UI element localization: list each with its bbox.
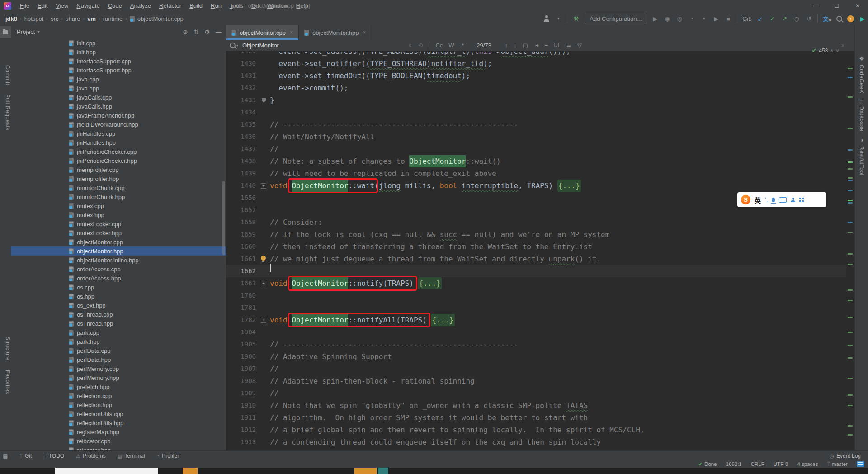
debug-icon[interactable]: ◉ [664,15,671,22]
tree-item-jniHandles.hpp[interactable]: jniHandles.hpp [11,138,226,147]
code-line-1433[interactable]: 1433} [226,94,846,106]
find-clear-icon[interactable]: × [408,42,412,49]
tree-item-orderAccess.cpp[interactable]: orderAccess.cpp [11,265,226,274]
stripe-mark[interactable] [848,222,853,223]
stripe-mark[interactable] [848,202,853,204]
code-line-1438[interactable]: 1438// Note: a subset of changes to Obje… [226,155,846,167]
find-next-icon[interactable]: ↓ [514,42,517,49]
git-update-icon[interactable]: ↙ [756,15,764,22]
upgrade-icon[interactable]: ↑ [847,15,854,22]
tree-item-prefetch.hpp[interactable]: prefetch.hpp [11,382,226,391]
tool-strip-structure[interactable]: Structure [0,337,11,360]
tree-item-park.cpp[interactable]: park.cpp [11,328,226,337]
error-stripe[interactable] [846,40,854,450]
run-icon[interactable]: ▶ [651,15,659,22]
project-panel-title[interactable]: Project [17,28,35,35]
locate-icon[interactable]: ⊕ [183,28,188,35]
collapse-all-icon[interactable]: ⇅ [193,28,198,35]
tree-item-mutex.cpp[interactable]: mutex.cpp [11,201,226,210]
file-encoding[interactable]: UTF-8 [774,461,788,467]
tool-strip-codegeex[interactable]: ❖CodeGeeX [855,55,868,93]
tree-item-mutex.hpp[interactable]: mutex.hpp [11,210,226,219]
tool-strip-pull-requests[interactable]: Pull Requests [0,94,11,131]
code-line-1661[interactable]: 1661// we might just dequeue a thread fr… [226,253,846,265]
tab-objectMonitor.hpp[interactable]: objectMonitor.hpp× [299,25,372,40]
stripe-mark[interactable] [848,77,853,78]
user-avatar-icon[interactable] [543,15,550,22]
tool-strip-database[interactable]: ≣Database [855,97,868,131]
stripe-mark[interactable] [848,289,853,291]
stripe-mark[interactable] [848,161,853,163]
select-all-occurrences-icon[interactable]: ▢ [523,42,528,49]
regex-toggle[interactable]: .* [460,42,464,49]
code-line-1907[interactable]: 1907// [226,363,846,375]
ime-toolbox-icon[interactable] [799,198,804,202]
tree-item-javaCalls.cpp[interactable]: javaCalls.cpp [11,93,226,102]
code-line-1660[interactable]: 1660// then instead of transferring a th… [226,241,846,253]
match-case-toggle[interactable]: Cc [435,42,443,49]
stripe-mark[interactable] [848,357,853,359]
tree-item-interfaceSupport.cpp[interactable]: interfaceSupport.cpp [11,57,226,66]
menu-item-file[interactable]: File [16,0,33,12]
next-problem-icon[interactable]: ∨ [836,48,839,53]
stripe-mark[interactable] [848,128,853,129]
stripe-mark[interactable] [848,378,853,379]
stripe-mark[interactable] [848,300,853,301]
code-line-1913[interactable]: 1913// a contending thread could enqueue… [226,436,846,448]
tool-window-button-terminal[interactable]: ▤Terminal [118,453,145,459]
tool-window-button-todo[interactable]: ≡TODO [43,453,64,459]
search-lines-icon[interactable]: ≣ [566,42,571,49]
ime-keyboard-icon[interactable] [857,461,864,467]
inspections-widget[interactable]: ✔ 458 ∧ ∨ [811,47,839,54]
code-line-1663[interactable]: 1663+void ObjectMonitor::notify(TRAPS) {… [226,277,846,289]
code-line-1434[interactable]: 1434 [226,106,846,118]
code-line-1440[interactable]: 1440+void ObjectMonitor::wait(jlong mill… [226,180,846,192]
tree-item-perfMemory.hpp[interactable]: perfMemory.hpp [11,373,226,382]
breadcrumb-item-objectMonitorcpp[interactable]: objectMonitor.cpp [137,15,184,22]
toggle-selection-icon[interactable]: ☑ [554,42,559,49]
coverage-icon[interactable]: ◎ [676,15,683,22]
settings-gear-icon[interactable]: ⚙ [204,28,210,35]
tree-item-init.hpp[interactable]: init.hpp [11,47,226,57]
minimize-button[interactable]: — [806,0,826,12]
add-selection-icon[interactable]: + [535,42,539,49]
indent-setting[interactable]: 4 spaces [797,461,818,467]
tool-window-button-problems[interactable]: ⚠Problems [76,453,106,459]
taskbar-app-block[interactable] [378,468,388,474]
code-line-1432[interactable]: 1432 event->commit(); [226,82,846,94]
menu-item-navigate[interactable]: Navigate [72,0,104,12]
tree-item-reflectionUtils.cpp[interactable]: reflectionUtils.cpp [11,409,226,418]
code-line-1909[interactable]: 1909// [226,387,846,399]
code-line-1662[interactable]: 1662 [226,265,846,277]
stripe-mark[interactable] [848,96,853,98]
fold-expand-icon[interactable]: + [261,318,266,323]
search-everywhere-icon[interactable] [836,16,842,22]
taskbar-app-block[interactable] [354,468,377,474]
remove-selection-icon[interactable]: − [545,42,548,49]
tree-item-memprofiler.hpp[interactable]: memprofiler.hpp [11,174,226,183]
ime-soft-keyboard-icon[interactable] [779,197,787,203]
tree-item-init.cpp[interactable]: init.cpp [11,38,226,47]
tree-item-memprofiler.cpp[interactable]: memprofiler.cpp [11,165,226,174]
sogou-logo-icon[interactable]: S [741,195,750,204]
stripe-mark[interactable] [848,253,853,255]
tree-item-relocator.hpp[interactable]: relocator.hpp [11,446,226,450]
tree-item-java.cpp[interactable]: java.cpp [11,75,226,84]
code-area[interactable]: 1429 event->set_address((TYPE_ADDRESS)(u… [226,40,854,450]
fold-expand-icon[interactable]: + [261,281,266,286]
tool-window-button-git[interactable]: ᛘGit [19,453,32,459]
tree-item-objectMonitor.hpp[interactable]: objectMonitor.hpp [11,246,226,256]
tree-item-jfieldIDWorkaround.hpp[interactable]: jfieldIDWorkaround.hpp [11,120,226,129]
project-tool-button[interactable] [0,26,11,38]
close-button[interactable]: ✕ [847,0,868,12]
git-commit-icon[interactable]: ✓ [769,15,776,22]
menu-item-refactor[interactable]: Refactor [155,0,185,12]
menu-item-code[interactable]: Code [104,0,126,12]
menu-item-run[interactable]: Run [207,0,226,12]
stripe-mark[interactable] [848,317,853,318]
stripe-mark[interactable] [848,405,853,406]
ime-mic-icon[interactable] [772,198,775,202]
tree-item-reflection.hpp[interactable]: reflection.hpp [11,400,226,409]
breadcrumb-item-runtime[interactable]: runtime [103,15,123,22]
code-line-1430[interactable]: 1430 event->set_notifier((TYPE_OSTHREAD)… [226,57,846,70]
